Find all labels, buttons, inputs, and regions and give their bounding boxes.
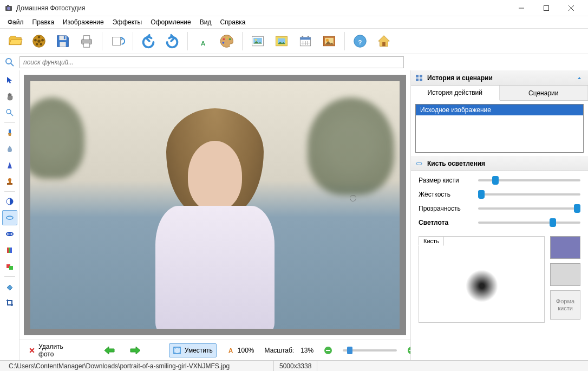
menu-effects[interactable]: Эффекты [108,17,147,27]
next-button[interactable] [126,343,145,358]
brush-preview: Кисть [419,236,545,323]
palette-button[interactable] [216,30,238,52]
calendar-button[interactable] [295,30,316,52]
svg-point-22 [223,38,225,40]
svg-line-46 [11,63,14,66]
open-button[interactable] [4,30,26,52]
brush-panel-title: Кисть осветления [427,160,485,167]
crop-tool[interactable] [2,295,17,310]
svg-point-56 [8,233,11,235]
fit-button[interactable]: Уместить [169,343,217,357]
app-title: Домашняя Фотостудия [16,4,509,12]
svg-point-37 [302,36,303,37]
stamp-tool[interactable] [2,174,17,189]
svg-rect-57 [7,248,9,253]
burn-tool[interactable] [2,226,17,242]
delete-photo-button[interactable]: Удалить фото [25,340,70,361]
blur-tool[interactable] [2,141,17,157]
scale-value: 13% [300,347,313,354]
statusbar: C:\Users\ContentManager\Downloads\portra… [0,360,588,371]
menu-help[interactable]: Справка [215,17,250,27]
svg-point-8 [37,40,41,43]
zoom-slider[interactable] [343,349,397,352]
contrast-tool[interactable] [2,194,17,209]
redo-button[interactable] [161,30,183,52]
zoom-tool[interactable] [2,105,17,120]
menubar: Файл Правка Изображение Эффекты Оформлен… [0,16,588,28]
svg-point-54 [6,216,13,219]
brush-panel-header: Кисть осветления [411,156,588,171]
param-opacity-slider[interactable] [478,207,580,210]
param-hardness-slider[interactable] [478,193,580,196]
menu-view[interactable]: Вид [195,17,216,27]
collapse-history-button[interactable] [575,74,584,82]
param-size-slider[interactable] [478,179,580,181]
svg-point-28 [255,39,257,41]
param-size-label: Размер кисти [419,177,473,184]
undo-button[interactable] [138,30,159,52]
svg-rect-73 [416,79,419,81]
hue-tool[interactable] [2,243,17,258]
brush-tool[interactable] [2,125,17,140]
search-icon[interactable] [3,56,16,69]
param-lightness-slider[interactable] [478,222,580,224]
film-button[interactable] [28,30,50,52]
menu-image[interactable]: Изображение [58,17,108,27]
svg-rect-15 [60,42,66,47]
foreground-color[interactable] [550,236,580,259]
main-toolbar: A ? [0,28,588,54]
prev-button[interactable] [100,343,119,358]
delete-photo-label: Удалить фото [38,343,67,358]
search-input[interactable] [19,56,404,68]
tab-scenarios[interactable]: Сценарии [500,86,589,100]
svg-rect-2 [7,5,9,6]
home-button[interactable] [373,30,395,52]
history-item[interactable]: Исходное изображение [416,105,583,115]
svg-rect-44 [382,42,386,47]
photo-preview [30,81,400,329]
background-color[interactable] [550,263,580,286]
a-icon: A [227,347,234,354]
svg-point-45 [6,58,11,64]
dodge-tool[interactable] [2,210,17,225]
close-button[interactable] [559,0,584,16]
print-button[interactable] [76,30,97,52]
grid-icon [415,74,423,82]
replace-color-tool[interactable] [2,259,17,274]
menu-file[interactable]: Файл [3,17,28,27]
fit-icon [173,346,181,355]
rotate-image-button[interactable] [107,30,128,52]
svg-point-24 [229,38,231,40]
maximize-button[interactable] [534,0,559,16]
canvas[interactable] [24,75,406,335]
menu-edit[interactable]: Правка [28,17,59,27]
pointer-tool[interactable] [2,73,17,88]
svg-text:A: A [228,347,233,354]
help-button[interactable]: ? [349,30,371,52]
tool-palette [0,70,19,360]
svg-rect-32 [300,37,310,40]
text-button[interactable]: A [192,30,214,52]
zoom-out-button[interactable] [320,343,336,357]
zoom-100-button[interactable]: A 100% [223,344,258,357]
svg-rect-20 [113,37,121,45]
svg-text:A: A [201,40,205,47]
history-panel-header: История и сценарии [411,70,588,86]
titlebar: Домашняя Фотостудия [0,0,588,16]
gallery2-button[interactable] [271,30,292,52]
svg-rect-4 [544,5,549,10]
eraser-tool[interactable] [2,279,17,294]
svg-point-25 [223,42,225,44]
brush-shape-button[interactable]: Форма кисти [550,290,580,320]
minimize-button[interactable] [509,0,534,16]
save-button[interactable] [52,30,74,52]
hand-tool[interactable] [2,89,17,104]
svg-point-10 [41,39,44,42]
sharpen-tool[interactable] [2,158,17,173]
svg-point-75 [416,162,422,165]
history-list[interactable]: Исходное изображение [415,104,584,153]
tab-history[interactable]: История действий [411,86,500,101]
menu-decoration[interactable]: Оформление [146,17,195,27]
gallery1-button[interactable] [247,30,269,52]
gallery3-button[interactable] [318,30,340,52]
